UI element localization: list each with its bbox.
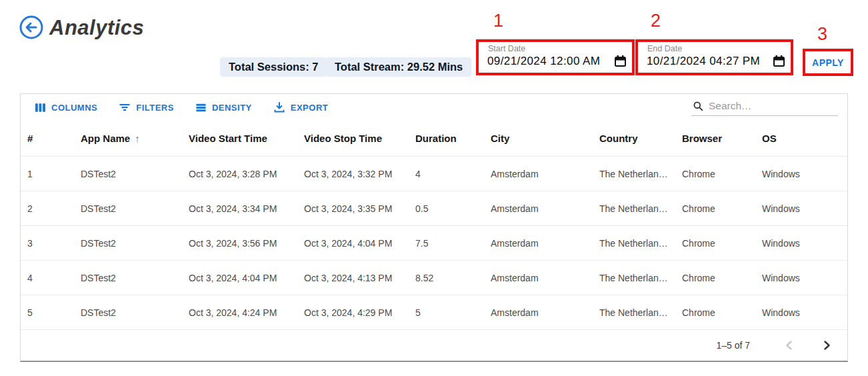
col-header-video-stop-time[interactable]: Video Stop Time (297, 133, 409, 144)
cell-city: Amsterdam (484, 307, 593, 318)
cell-duration: 5 (409, 307, 484, 318)
start-date-label: Start Date (488, 44, 525, 53)
cell-browser: Chrome (675, 203, 755, 214)
cell-video-start-time: Oct 3, 2024, 3:56 PM (182, 238, 297, 249)
cell-app-name: DSTest2 (74, 203, 182, 214)
search-input[interactable] (709, 100, 837, 112)
annotation-number-3: 3 (817, 24, 827, 44)
chevron-right-icon (820, 339, 833, 352)
cell-video-start-time: Oct 3, 2024, 3:34 PM (182, 203, 297, 214)
cell-video-stop-time: Oct 3, 2024, 4:13 PM (297, 273, 409, 283)
cell-browser: Chrome (675, 273, 755, 283)
end-date-input[interactable]: End Date 10/21/2024 04:27 PM (635, 39, 793, 75)
table-row[interactable]: 5 DSTest2 Oct 3, 2024, 4:24 PM Oct 3, 20… (21, 295, 847, 329)
cell-country: The Netherlan… (593, 203, 675, 214)
cell-video-stop-time: Oct 3, 2024, 4:29 PM (297, 307, 409, 318)
next-page-button[interactable] (817, 335, 837, 355)
table-footer: 1–5 of 7 (21, 329, 847, 361)
cell-video-stop-time: Oct 3, 2024, 3:32 PM (297, 169, 409, 179)
col-header-city[interactable]: City (484, 133, 593, 144)
density-button[interactable]: DENSITY (189, 99, 258, 116)
annotation-number-1: 1 (493, 11, 503, 31)
cell-app-name: DSTest2 (74, 238, 182, 249)
cell-os: Windows (755, 169, 847, 179)
calendar-icon[interactable] (615, 55, 626, 67)
col-header-video-start-time[interactable]: Video Start Time (182, 133, 297, 144)
cell-country: The Netherlan… (593, 273, 675, 283)
cell-country: The Netherlan… (593, 238, 675, 249)
export-button-label: EXPORT (291, 103, 328, 113)
cell-index: 2 (21, 203, 74, 214)
cell-browser: Chrome (675, 169, 755, 179)
filters-button-label: FILTERS (136, 103, 174, 113)
cell-duration: 4 (409, 169, 484, 179)
cell-duration: 0.5 (409, 203, 484, 214)
cell-app-name: DSTest2 (74, 169, 182, 179)
page-title: Analytics (49, 16, 144, 40)
table-body: 1 DSTest2 Oct 3, 2024, 3:28 PM Oct 3, 20… (21, 156, 847, 329)
cell-video-stop-time: Oct 3, 2024, 3:35 PM (297, 203, 409, 214)
total-stream-badge: Total Stream: 29.52 Mins (326, 57, 471, 77)
table-toolbar: COLUMNS FILTERS DENSITY (21, 94, 847, 121)
cell-index: 4 (21, 273, 74, 283)
col-header-browser[interactable]: Browser (675, 133, 755, 144)
search-box[interactable] (691, 99, 838, 116)
cell-os: Windows (755, 203, 847, 214)
columns-button-label: COLUMNS (51, 103, 97, 113)
filters-button[interactable]: FILTERS (113, 99, 180, 116)
back-arrow-icon (19, 15, 44, 40)
cell-browser: Chrome (675, 238, 755, 249)
cell-city: Amsterdam (484, 238, 593, 249)
sort-asc-icon[interactable]: ↑ (135, 133, 140, 144)
pagination-range: 1–5 of 7 (716, 340, 750, 351)
cell-index: 3 (21, 238, 74, 249)
cell-city: Amsterdam (484, 203, 593, 214)
col-header-os[interactable]: OS (755, 133, 847, 144)
export-icon (273, 101, 285, 113)
back-button[interactable] (19, 15, 44, 40)
filter-icon (119, 101, 131, 113)
col-header-app-name[interactable]: App Name↑ (74, 133, 182, 144)
cell-city: Amsterdam (484, 273, 593, 283)
table-row[interactable]: 2 DSTest2 Oct 3, 2024, 3:34 PM Oct 3, 20… (21, 191, 847, 225)
calendar-icon[interactable] (773, 55, 785, 67)
cell-app-name: DSTest2 (74, 307, 182, 318)
total-sessions-badge: Total Sessions: 7 (220, 57, 327, 77)
cell-os: Windows (755, 238, 847, 249)
table-row[interactable]: 4 DSTest2 Oct 3, 2024, 4:04 PM Oct 3, 20… (21, 260, 847, 295)
table-row[interactable]: 3 DSTest2 Oct 3, 2024, 3:56 PM Oct 3, 20… (21, 225, 847, 260)
previous-page-button[interactable] (779, 335, 799, 355)
start-date-value[interactable]: 09/21/2024 12:00 AM (487, 55, 600, 68)
table-row[interactable]: 1 DSTest2 Oct 3, 2024, 3:28 PM Oct 3, 20… (21, 156, 847, 191)
end-date-value[interactable]: 10/21/2024 04:27 PM (647, 55, 760, 68)
search-icon (693, 100, 703, 112)
chevron-left-icon (783, 339, 796, 352)
cell-browser: Chrome (675, 307, 755, 318)
cell-video-start-time: Oct 3, 2024, 4:24 PM (182, 307, 297, 318)
columns-icon (35, 102, 46, 113)
cell-index: 1 (21, 169, 74, 179)
sessions-table: COLUMNS FILTERS DENSITY (20, 93, 848, 362)
cell-video-start-time: Oct 3, 2024, 3:28 PM (182, 169, 297, 179)
annotation-number-2: 2 (651, 11, 661, 31)
export-button[interactable]: EXPORT (267, 99, 334, 116)
density-icon (195, 102, 207, 113)
density-button-label: DENSITY (212, 103, 252, 113)
cell-os: Windows (755, 307, 847, 318)
cell-video-start-time: Oct 3, 2024, 4:04 PM (182, 273, 297, 283)
col-header-country[interactable]: Country (593, 133, 675, 144)
cell-app-name: DSTest2 (74, 273, 182, 283)
cell-duration: 7.5 (409, 238, 484, 249)
apply-button[interactable]: APPLY (803, 49, 853, 76)
cell-index: 5 (21, 307, 74, 318)
table-header-row: # App Name↑ Video Start Time Video Stop … (21, 121, 847, 156)
analytics-page: Analytics Total Sessions: 7 Total Stream… (0, 0, 868, 376)
start-date-input[interactable]: Start Date 09/21/2024 12:00 AM (476, 39, 635, 75)
col-header-duration[interactable]: Duration (409, 133, 484, 144)
cell-country: The Netherlan… (593, 307, 675, 318)
cell-video-stop-time: Oct 3, 2024, 4:04 PM (297, 238, 409, 249)
col-header-index[interactable]: # (21, 133, 74, 144)
cell-country: The Netherlan… (593, 169, 675, 179)
end-date-label: End Date (647, 44, 682, 53)
columns-button[interactable]: COLUMNS (29, 99, 103, 116)
